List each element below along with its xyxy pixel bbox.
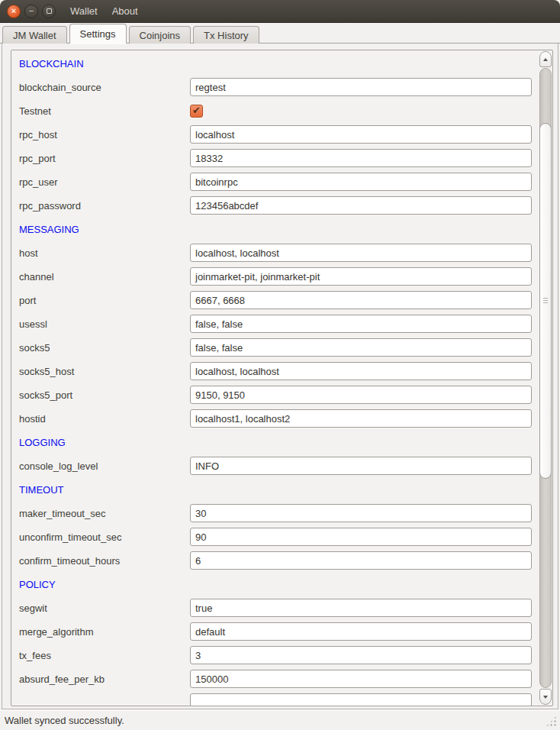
field-label: rpc_password [19, 200, 190, 212]
field-label: hostid [19, 413, 190, 425]
field-label: tx_fees [19, 650, 190, 661]
settings-row: rpc_host [19, 125, 538, 144]
checkmark-icon: ✔ [192, 105, 201, 115]
settings-row: absurd_fee_per_kb [19, 670, 538, 688]
field-label: rpc_user [19, 176, 190, 188]
field-label: Testnet [19, 105, 190, 117]
tab-coinjoins[interactable]: Coinjoins [129, 26, 191, 44]
minimize-icon[interactable]: − [24, 5, 38, 18]
settings-row: tx_fees [19, 646, 538, 664]
app-window: × − WalletAbout JM WalletSettingsCoinjoi… [0, 0, 560, 730]
tab-jm-wallet[interactable]: JM Wallet [2, 26, 67, 44]
input-channel[interactable] [190, 267, 532, 286]
settings-row: unconfirm_timeout_sec [19, 528, 538, 546]
input-rpc_host[interactable] [190, 125, 532, 144]
field-label: merge_algorithm [19, 626, 190, 638]
settings-row: maker_timeout_sec [19, 504, 538, 522]
settings-row: segwit [19, 599, 538, 617]
settings-row: rpc_user [19, 173, 538, 191]
tab-bar: JM WalletSettingsCoinjoinsTx History [0, 23, 560, 44]
input-tx_fees[interactable] [190, 646, 532, 664]
input-absurd_fee_per_kb[interactable] [190, 670, 532, 688]
settings-row: channel [19, 267, 538, 286]
settings-row: confirm_timeout_hours [19, 551, 538, 570]
settings-row: hostid [19, 409, 538, 428]
settings-row: socks5_host [19, 362, 538, 380]
field-label: usessl [19, 318, 190, 330]
field-label: console_log_level [19, 460, 190, 472]
field-label: segwit [19, 602, 190, 614]
input-rpc_password[interactable] [190, 196, 532, 215]
settings-row: console_log_level [19, 457, 538, 475]
status-bar: Wallet synced successfully. [0, 710, 560, 730]
input-segwit[interactable] [190, 599, 532, 617]
field-label: channel [19, 271, 190, 283]
settings-row: usessl [19, 315, 538, 333]
resize-grip-icon[interactable] [545, 715, 558, 728]
input-port[interactable] [190, 291, 532, 309]
scrollbar-thumb[interactable] [539, 123, 552, 479]
arrow-down-icon [543, 696, 548, 699]
input-partial[interactable] [190, 693, 532, 706]
scrollbar-grip [543, 298, 548, 304]
field-label: absurd_fee_per_kb [19, 673, 190, 685]
settings-row: blockchain_source [19, 78, 538, 96]
input-rpc_user[interactable] [190, 173, 532, 191]
input-usessl[interactable] [190, 315, 532, 333]
settings-row: host [19, 244, 538, 262]
input-confirm_timeout_hours[interactable] [190, 551, 532, 570]
input-merge_algorithm[interactable] [190, 622, 532, 641]
field-label: blockchain_source [19, 82, 190, 93]
menu-wallet[interactable]: Wallet [70, 5, 98, 17]
input-socks5[interactable] [190, 338, 532, 357]
input-unconfirm_timeout_sec[interactable] [190, 528, 532, 546]
settings-tab-pane: BLOCKCHAINblockchain_sourceTestnet✔rpc_h… [2, 44, 558, 709]
settings-row [19, 693, 538, 706]
input-socks5_host[interactable] [190, 362, 532, 380]
field-label: unconfirm_timeout_sec [19, 531, 190, 543]
settings-scroll-area: BLOCKCHAINblockchain_sourceTestnet✔rpc_h… [11, 50, 553, 706]
vertical-scrollbar[interactable] [539, 51, 552, 705]
menu-about[interactable]: About [112, 5, 138, 17]
section-heading-timeout: TIMEOUT [19, 480, 538, 499]
close-icon[interactable]: × [7, 5, 21, 18]
settings-row: port [19, 291, 538, 309]
field-label: socks5 [19, 342, 190, 354]
scrollbar-track[interactable] [539, 68, 552, 688]
input-hostid[interactable] [190, 409, 532, 428]
settings-form: BLOCKCHAINblockchain_sourceTestnet✔rpc_h… [11, 50, 538, 706]
input-rpc_port[interactable] [190, 149, 532, 167]
tab-settings[interactable]: Settings [69, 24, 127, 44]
field-label: port [19, 295, 190, 306]
input-blockchain_source[interactable] [190, 78, 532, 96]
field-label: host [19, 247, 190, 259]
field-label: socks5_host [19, 366, 190, 377]
settings-row: rpc_password [19, 196, 538, 215]
section-heading-blockchain: BLOCKCHAIN [19, 54, 538, 73]
status-message: Wallet synced successfully. [5, 715, 124, 726]
field-label: confirm_timeout_hours [19, 555, 190, 567]
settings-row: rpc_port [19, 149, 538, 167]
settings-row: socks5 [19, 338, 538, 357]
titlebar-menu: WalletAbout [70, 5, 138, 17]
maximize-icon[interactable] [42, 5, 56, 18]
scrollbar-up-button[interactable] [539, 51, 552, 67]
input-maker_timeout_sec[interactable] [190, 504, 532, 522]
settings-row: Testnet✔ [19, 102, 538, 120]
maximize-glyph [47, 8, 52, 14]
field-label: rpc_port [19, 153, 190, 164]
section-heading-policy: POLICY [19, 575, 538, 593]
tab-tx-history[interactable]: Tx History [193, 26, 259, 44]
arrow-up-icon [543, 58, 548, 61]
section-heading-logging: LOGGING [19, 433, 538, 451]
input-console_log_level[interactable] [190, 457, 532, 475]
scrollbar-down-button[interactable] [539, 689, 552, 705]
field-label: rpc_host [19, 129, 190, 141]
input-socks5_port[interactable] [190, 386, 532, 404]
titlebar: × − WalletAbout [0, 0, 560, 23]
checkbox-testnet[interactable]: ✔ [190, 105, 203, 118]
field-label: socks5_port [19, 389, 190, 401]
settings-row: merge_algorithm [19, 622, 538, 641]
section-heading-messaging: MESSAGING [19, 220, 538, 238]
input-host[interactable] [190, 244, 532, 262]
